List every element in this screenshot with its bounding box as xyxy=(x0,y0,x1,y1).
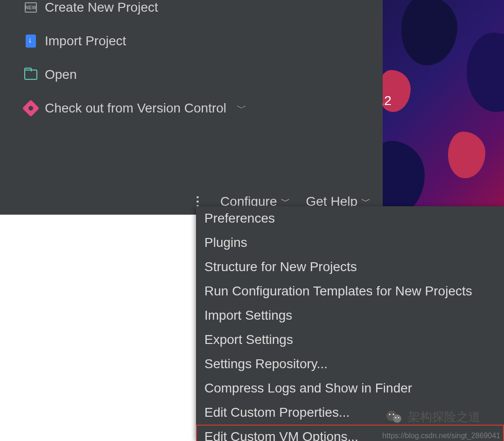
vcs-label: Check out from Version Control xyxy=(45,101,226,116)
svg-point-1 xyxy=(393,414,401,423)
menu-item-export-settings[interactable]: Export Settings xyxy=(196,328,504,352)
svg-point-4 xyxy=(395,417,397,419)
chevron-down-icon: ﹀ xyxy=(361,195,371,208)
watermark: 架构探险之道 xyxy=(385,407,481,426)
menu-item-settings-repository[interactable]: Settings Repository... xyxy=(196,352,504,376)
svg-point-3 xyxy=(392,413,394,415)
wechat-icon xyxy=(385,407,403,426)
create-new-project-button[interactable]: NEW Create New Project xyxy=(24,0,373,24)
svg-point-2 xyxy=(389,413,390,415)
menu-item-plugins[interactable]: Plugins xyxy=(196,231,504,255)
chevron-down-icon: ﹀ xyxy=(237,101,247,115)
open-button[interactable]: Open xyxy=(24,58,373,91)
configure-dropdown: PreferencesPluginsStructure for New Proj… xyxy=(196,206,504,441)
open-label: Open xyxy=(45,67,77,82)
new-project-icon: NEW xyxy=(24,1,37,14)
create-label: Create New Project xyxy=(45,0,158,15)
splash-art: 9.2 xyxy=(383,0,504,206)
folder-icon xyxy=(24,68,37,81)
import-icon xyxy=(24,35,37,48)
checkout-vcs-button[interactable]: Check out from Version Control ﹀ xyxy=(24,91,373,125)
import-label: Import Project xyxy=(45,34,126,49)
welcome-actions: NEW Create New Project Import Project Op… xyxy=(24,0,373,125)
import-project-button[interactable]: Import Project xyxy=(24,24,373,58)
url-watermark: https://blog.csdn.net/singt_2869041 xyxy=(382,432,500,440)
chevron-down-icon: ﹀ xyxy=(281,195,290,208)
menu-item-preferences[interactable]: Preferences xyxy=(196,206,504,231)
menu-item-import-settings[interactable]: Import Settings xyxy=(196,303,504,328)
menu-item-structure-for-new-projects[interactable]: Structure for New Projects xyxy=(196,255,504,279)
version-label: 9.2 xyxy=(383,93,392,108)
welcome-panel: NEW Create New Project Import Project Op… xyxy=(0,0,383,215)
svg-point-5 xyxy=(398,417,399,419)
menu-item-compress-logs-and-show-in-finder[interactable]: Compress Logs and Show in Finder xyxy=(196,376,504,400)
vcs-icon xyxy=(24,102,37,115)
watermark-text: 架构探险之道 xyxy=(408,409,481,425)
menu-item-run-configuration-templates-for-new-projects[interactable]: Run Configuration Templates for New Proj… xyxy=(196,279,504,303)
